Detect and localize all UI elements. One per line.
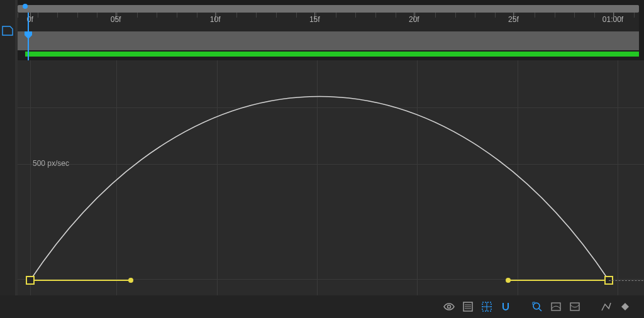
keyframe-nav-icon[interactable] bbox=[619, 300, 631, 313]
curve-extension-dashed bbox=[609, 280, 644, 281]
ruler-label: 15f bbox=[309, 15, 320, 24]
fit-icon[interactable] bbox=[531, 300, 543, 313]
graph-editor-toolbar bbox=[0, 295, 644, 318]
ruler-label: 10f bbox=[210, 15, 221, 24]
svg-line-9 bbox=[539, 309, 541, 311]
in-icon[interactable] bbox=[550, 300, 562, 313]
svg-rect-12 bbox=[552, 303, 560, 310]
svg-point-0 bbox=[448, 305, 451, 309]
ruler-label: 25f bbox=[508, 15, 519, 24]
ruler-label: 01:00f bbox=[602, 15, 623, 24]
ruler-label: 05f bbox=[111, 15, 121, 24]
ruler-label: 20f bbox=[409, 15, 419, 24]
snap-icon[interactable] bbox=[499, 300, 512, 313]
speed-curve bbox=[18, 60, 644, 295]
layer-duration-bar[interactable] bbox=[18, 31, 639, 50]
work-area-start-handle[interactable] bbox=[23, 4, 28, 9]
comp-marker-icon[interactable] bbox=[1, 25, 14, 36]
grid-icon[interactable] bbox=[480, 300, 493, 313]
speed-graph-area[interactable]: 500 px/sec bbox=[18, 60, 644, 295]
y-axis-label: 500 px/sec bbox=[33, 159, 69, 168]
work-area-bar[interactable] bbox=[18, 5, 639, 13]
svg-rect-13 bbox=[570, 303, 579, 310]
keyframe-marker[interactable] bbox=[26, 276, 35, 285]
visibility-icon[interactable] bbox=[443, 300, 455, 313]
ease-handle-line[interactable] bbox=[508, 280, 609, 281]
ease-handle-point[interactable] bbox=[128, 278, 133, 283]
cti-head-icon[interactable] bbox=[24, 31, 33, 39]
ease-handle-line[interactable] bbox=[30, 280, 131, 281]
svg-point-8 bbox=[533, 303, 540, 309]
cached-preview-bar bbox=[25, 52, 639, 57]
ease-handle-point[interactable] bbox=[506, 278, 511, 283]
autobezier-icon[interactable] bbox=[600, 300, 613, 313]
out-icon[interactable] bbox=[569, 300, 581, 313]
list-icon[interactable] bbox=[462, 300, 474, 313]
graph-editor-panel: 0f05f10f15f20f25f01:00f 500 px/sec bbox=[0, 0, 644, 318]
timeline-ruler[interactable]: 0f05f10f15f20f25f01:00f bbox=[18, 13, 639, 31]
